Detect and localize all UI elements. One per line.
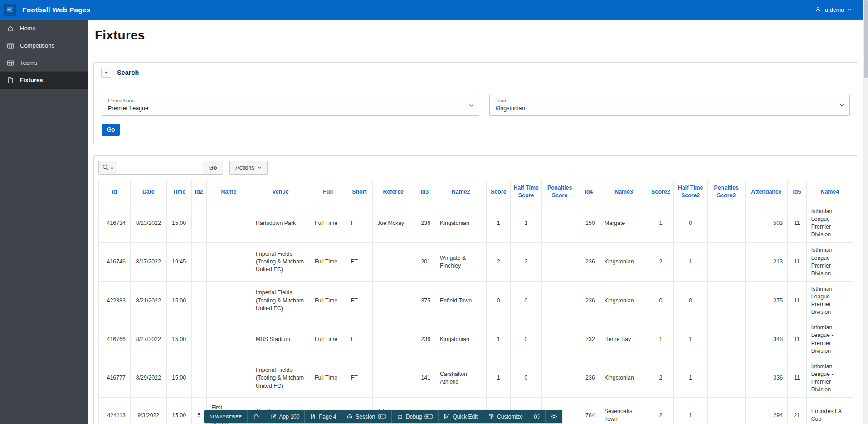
table-row: 4167668/27/202215:00MBS StadiumFull Time…	[99, 320, 853, 359]
sidebar-item-competitions[interactable]: Competitions	[0, 37, 88, 54]
app-window: Football Web Pages afdemo HomeCompetitio…	[0, 0, 868, 424]
column-header-half-time-score[interactable]: Half Time Score	[511, 180, 541, 204]
actions-button[interactable]: Actions	[229, 161, 268, 175]
column-header-name2[interactable]: Name2	[435, 180, 487, 204]
devbar-debug[interactable]: Debug	[391, 410, 438, 423]
search-go-button[interactable]: Go	[102, 124, 120, 136]
table-cell: 1	[673, 359, 707, 397]
devbar-quick-edit[interactable]: Quick Edit	[438, 410, 483, 423]
table-cell: 422883	[99, 281, 131, 320]
column-header-venue[interactable]: Venue	[251, 180, 310, 204]
select-team[interactable]: TeamKingstonian	[489, 95, 850, 116]
devbar-page-4[interactable]: Page 4	[304, 410, 341, 423]
table-cell	[707, 398, 745, 424]
column-header-half-time-score2[interactable]: Half Time Score2	[673, 180, 707, 204]
sidebar: HomeCompetitionsTeamsFixtures	[0, 20, 88, 424]
home-icon	[253, 413, 260, 420]
gear-icon	[551, 413, 557, 420]
column-header-short[interactable]: Short	[346, 180, 372, 204]
column-header-name4[interactable]: Name4	[806, 180, 853, 204]
devbar-item-label: Page 4	[319, 414, 336, 420]
devbar-info-icon[interactable]	[528, 410, 545, 423]
column-header-id5[interactable]: Id5	[788, 180, 807, 204]
table-row: 4167348/13/202215:00Hartsdown ParkFull T…	[99, 204, 853, 243]
table-cell: 15:00	[166, 359, 191, 397]
table-cell: 2	[511, 243, 541, 281]
table-cell	[707, 281, 745, 320]
table-cell: Enfield Town	[435, 281, 487, 320]
devbar-app-100[interactable]: App 100	[265, 410, 305, 423]
table-cell: Imperial Fields (Tooting & Mitcham Unite…	[251, 281, 310, 320]
table-cell	[206, 204, 251, 243]
user-menu[interactable]: afdemo	[814, 6, 852, 15]
column-header-name[interactable]: Name	[206, 180, 251, 204]
table-cell: Wingate & Finchley	[435, 243, 487, 281]
table-cell: 416734	[99, 204, 131, 243]
table-cell: Full Time	[310, 243, 346, 281]
table-cell: 11	[788, 320, 807, 359]
devbar-session[interactable]: Session	[341, 410, 391, 423]
sidebar-item-fixtures[interactable]: Fixtures	[0, 72, 88, 89]
table-cell	[707, 359, 745, 397]
table-cell: Full Time	[310, 281, 346, 320]
column-header-penalties-score[interactable]: Penalties Score	[541, 180, 578, 204]
table-cell: Kingstonian	[435, 204, 487, 243]
quick-edit-icon	[444, 414, 450, 420]
table-cell	[541, 359, 578, 397]
column-header-id4[interactable]: Id4	[578, 180, 600, 204]
report-search-group: Go	[98, 161, 223, 175]
select-competition[interactable]: CompetitionPremier League	[102, 95, 479, 116]
column-header-id3[interactable]: Id3	[414, 180, 435, 204]
search-options-button[interactable]	[99, 161, 117, 174]
table-cell: 275	[745, 281, 787, 320]
table-cell	[707, 204, 745, 243]
report-go-button[interactable]: Go	[203, 161, 223, 174]
table-cell: 375	[414, 281, 435, 320]
field-value: Kingstonian	[495, 105, 834, 112]
sidebar-item-home[interactable]: Home	[0, 20, 88, 37]
devbar-gear-icon[interactable]	[545, 410, 562, 423]
table-cell: Emirates FA Cup	[806, 398, 853, 424]
toggle-icon[interactable]	[424, 414, 433, 419]
column-header-score[interactable]: Score	[487, 180, 511, 204]
info-icon	[533, 413, 540, 420]
report-search-input[interactable]	[117, 161, 203, 174]
table-cell: 1	[487, 204, 511, 243]
column-header-attendance[interactable]: Attendance	[745, 180, 787, 204]
grid-icon	[7, 59, 14, 67]
scrollbar-thumb[interactable]	[864, 0, 868, 78]
devbar-customize[interactable]: Customize	[483, 410, 528, 423]
column-header-penalties-score2[interactable]: Penalties Score2	[707, 180, 745, 204]
field-value: Premier League	[108, 105, 463, 112]
table-cell: Kingstonian	[435, 320, 487, 359]
table-cell	[372, 359, 414, 397]
table-cell	[707, 320, 745, 359]
column-header-full[interactable]: Full	[310, 180, 346, 204]
devbar-home-icon[interactable]	[247, 410, 265, 423]
chevron-down-icon	[469, 103, 474, 108]
field-label: Team	[495, 98, 834, 103]
column-header-time[interactable]: Time	[166, 180, 191, 204]
menu-button[interactable]	[4, 4, 16, 16]
chevron-down-icon	[839, 103, 844, 108]
table-cell: Full Time	[310, 359, 346, 397]
chevron-down-icon	[847, 7, 852, 13]
table-cell: 11	[788, 204, 807, 243]
column-header-id2[interactable]: Id2	[191, 180, 206, 204]
column-header-id[interactable]: Id	[99, 180, 131, 204]
collapse-region-button[interactable]: ▼	[101, 68, 111, 78]
scrollbar[interactable]	[863, 0, 868, 424]
search-region: ▼ Search CompetitionPremier LeagueTeamKi…	[93, 62, 858, 145]
column-header-name3[interactable]: Name3	[600, 180, 648, 204]
table-cell: FT	[346, 204, 372, 243]
toggle-icon[interactable]	[378, 414, 386, 419]
table-cell: 294	[745, 398, 787, 424]
table-cell: 8/21/2022	[130, 281, 166, 320]
table-cell: 1	[511, 204, 541, 243]
page-title: Fixtures	[95, 28, 857, 43]
column-header-score2[interactable]: Score2	[648, 180, 674, 204]
sidebar-item-teams[interactable]: Teams	[0, 54, 88, 72]
report-region: Go Actions IdDateTimeId2NameVenueFullSho…	[93, 155, 858, 424]
column-header-referee[interactable]: Referee	[372, 180, 414, 204]
column-header-date[interactable]: Date	[130, 180, 166, 204]
